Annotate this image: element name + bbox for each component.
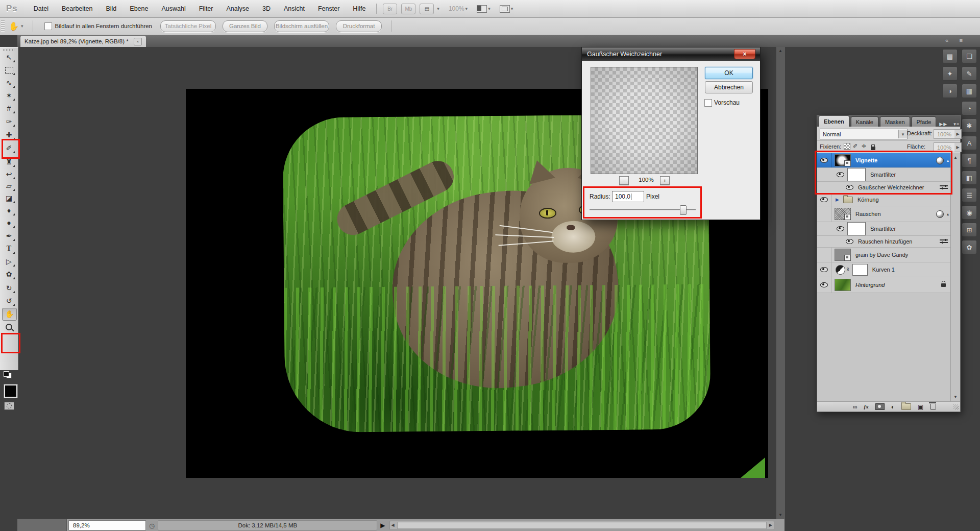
layer-style-icon[interactable]: fx bbox=[864, 404, 869, 409]
layer-row-vignette[interactable]: Vignette ▴ bbox=[817, 153, 951, 168]
zoom-level-value[interactable]: 100% bbox=[449, 5, 464, 12]
panel-dock-icon[interactable]: ▤ bbox=[942, 49, 958, 63]
print-size-button[interactable]: Druckformat bbox=[336, 20, 382, 32]
delete-layer-icon[interactable] bbox=[930, 404, 936, 409]
layer-row-smartfilter[interactable]: Smartfilter bbox=[817, 222, 951, 236]
eraser-tool[interactable]: ▱ bbox=[2, 180, 16, 192]
tab-kanaele[interactable]: Kanäle bbox=[851, 116, 878, 127]
menu-auswahl[interactable]: Auswahl bbox=[155, 0, 192, 17]
layer-row-add-noise-filter[interactable]: Rauschen hinzufügen bbox=[817, 236, 951, 248]
blur-tool[interactable]: ♦ bbox=[2, 205, 16, 216]
clone-stamp-tool[interactable]: ♜ bbox=[2, 156, 16, 168]
layer-row-kurven[interactable]: ∞ Kurven 1 bbox=[817, 262, 951, 277]
eye-icon[interactable] bbox=[846, 185, 853, 190]
layer-name[interactable]: grain by Dave Gandy bbox=[855, 252, 908, 258]
tab-menu-icon[interactable]: ≡ bbox=[960, 37, 963, 43]
collapse-arrow-icon[interactable]: ▴ bbox=[947, 158, 949, 163]
lasso-tool[interactable]: ∿ bbox=[2, 77, 16, 89]
eye-icon[interactable] bbox=[846, 239, 853, 244]
layer-name[interactable]: Hintergrund bbox=[855, 282, 885, 288]
tab-close-icon[interactable]: × bbox=[134, 38, 142, 45]
hand-tool[interactable]: ✋ bbox=[2, 308, 17, 321]
filter-options-icon[interactable] bbox=[940, 239, 948, 244]
menu-analyse[interactable]: Analyse bbox=[219, 0, 255, 17]
options-grip[interactable] bbox=[1, 20, 5, 32]
quick-selection-tool[interactable]: ✶ bbox=[2, 90, 16, 102]
gradient-tool[interactable]: ◪ bbox=[2, 192, 16, 204]
menu-datei[interactable]: Datei bbox=[27, 0, 55, 17]
fill-arrow-icon[interactable]: ▶ bbox=[954, 142, 962, 152]
new-layer-icon[interactable]: ▣ bbox=[918, 404, 923, 410]
pen-tool[interactable]: ✒ bbox=[2, 230, 16, 242]
chevron-down-icon[interactable]: ▾ bbox=[511, 6, 513, 11]
panel-dock-icon[interactable]: ◔ bbox=[962, 101, 977, 115]
panel-dock-icon[interactable]: ✎ bbox=[962, 66, 977, 81]
smart-filter-ball-icon[interactable] bbox=[936, 157, 944, 164]
bridge-icon[interactable]: Br bbox=[383, 4, 397, 14]
layer-row-koernung[interactable]: ▶ Körnung bbox=[817, 194, 951, 206]
menu-bild[interactable]: Bild bbox=[99, 0, 123, 17]
layer-thumbnail[interactable] bbox=[835, 279, 851, 291]
menu-ansicht[interactable]: Ansicht bbox=[277, 0, 311, 17]
layer-row-hintergrund[interactable]: Hintergrund bbox=[817, 277, 951, 293]
menu-bearbeiten[interactable]: Bearbeiten bbox=[55, 0, 99, 17]
scroll-up-icon[interactable]: ▲ bbox=[953, 155, 958, 160]
dodge-tool[interactable]: ● bbox=[2, 217, 16, 229]
3d-rotate-tool[interactable]: ↻ bbox=[2, 282, 16, 294]
layers-scrollbar[interactable]: ▲ ▼ bbox=[950, 153, 960, 401]
layer-name[interactable]: Rauschen bbox=[855, 211, 881, 217]
fill-screen-button[interactable]: Bildschirm ausfüllen bbox=[274, 20, 329, 32]
horizontal-scrollbar[interactable]: ◀ ▶ bbox=[389, 521, 774, 530]
filter-options-icon[interactable] bbox=[940, 185, 948, 190]
opacity-arrow-icon[interactable]: ▶ bbox=[954, 129, 962, 139]
lock-all-icon[interactable] bbox=[871, 147, 875, 150]
filter-name[interactable]: Rauschen hinzufügen bbox=[858, 238, 912, 245]
panel-dock-icon[interactable]: A bbox=[962, 136, 977, 150]
expand-arrow-icon[interactable]: ▶ bbox=[836, 197, 839, 202]
foreground-color-swatch[interactable] bbox=[4, 384, 17, 398]
healing-brush-tool[interactable]: ✚ bbox=[2, 129, 16, 141]
guides-icon[interactable]: ▤ bbox=[420, 4, 434, 14]
vertical-scrollbar[interactable]: ▲ ▼ bbox=[776, 47, 785, 519]
layer-row-rauschen[interactable]: Rauschen ▴ bbox=[817, 206, 951, 222]
type-tool[interactable]: T bbox=[2, 243, 16, 255]
chevron-down-icon[interactable]: ▾ bbox=[465, 6, 468, 11]
layer-name[interactable]: Vignette bbox=[855, 157, 877, 163]
screen-mode-icon[interactable] bbox=[500, 5, 510, 13]
filter-mask-thumbnail[interactable] bbox=[847, 168, 866, 181]
panel-dock-icon[interactable]: ◑ bbox=[942, 84, 958, 98]
visibility-toggle[interactable] bbox=[817, 277, 831, 293]
smart-filter-ball-icon[interactable] bbox=[936, 210, 944, 218]
ok-button[interactable]: OK bbox=[705, 67, 753, 79]
document-tab[interactable]: Katze.jpg bei 89,2% (Vignette, RGB/8) * … bbox=[20, 36, 146, 47]
eye-icon[interactable] bbox=[837, 172, 844, 177]
menu-fenster[interactable]: Fenster bbox=[311, 0, 346, 17]
fit-screen-button[interactable]: Ganzes Bild bbox=[223, 20, 267, 32]
cancel-button[interactable]: Abbrechen bbox=[705, 81, 753, 93]
tab-ebenen[interactable]: Ebenen bbox=[819, 115, 849, 127]
layer-row-gaussian-filter[interactable]: Gaußscher Weichzeichner bbox=[817, 182, 951, 194]
visibility-toggle[interactable] bbox=[817, 153, 831, 167]
menu-hilfe[interactable]: Hilfe bbox=[346, 0, 372, 17]
menu-3d[interactable]: 3D bbox=[256, 0, 277, 17]
eye-icon[interactable] bbox=[837, 226, 844, 231]
status-arrow-icon[interactable]: ▶ bbox=[380, 522, 385, 529]
panel-menu-icon[interactable]: ▾≡ bbox=[950, 122, 963, 127]
eyedropper-tool[interactable]: ✑ bbox=[2, 116, 16, 128]
scroll-left-icon[interactable]: ◀ bbox=[391, 523, 395, 527]
history-brush-tool[interactable]: ↩ bbox=[2, 168, 16, 180]
opacity-value[interactable]: 100% bbox=[934, 129, 955, 139]
panel-resize-grip[interactable] bbox=[953, 404, 959, 409]
link-layers-icon[interactable]: ∞ bbox=[853, 404, 857, 410]
panel-dock-icon[interactable]: ❏ bbox=[962, 49, 977, 63]
panel-dock-icon[interactable]: ☰ bbox=[962, 188, 977, 202]
preview-checkbox[interactable] bbox=[704, 99, 712, 107]
layer-name[interactable]: Kurven 1 bbox=[872, 267, 895, 273]
visibility-toggle[interactable] bbox=[817, 262, 831, 277]
crop-tool[interactable]: # bbox=[2, 103, 16, 114]
blend-mode-select[interactable]: Normal ▾ bbox=[820, 129, 908, 139]
dialog-title-bar[interactable]: Gaußscher Weichzeichner bbox=[582, 47, 760, 61]
panel-dock-icon[interactable]: ⊞ bbox=[962, 223, 977, 237]
lock-position-icon[interactable]: ✛ bbox=[862, 143, 866, 150]
panel-collapse-icon[interactable]: ▶▶ bbox=[936, 122, 950, 127]
